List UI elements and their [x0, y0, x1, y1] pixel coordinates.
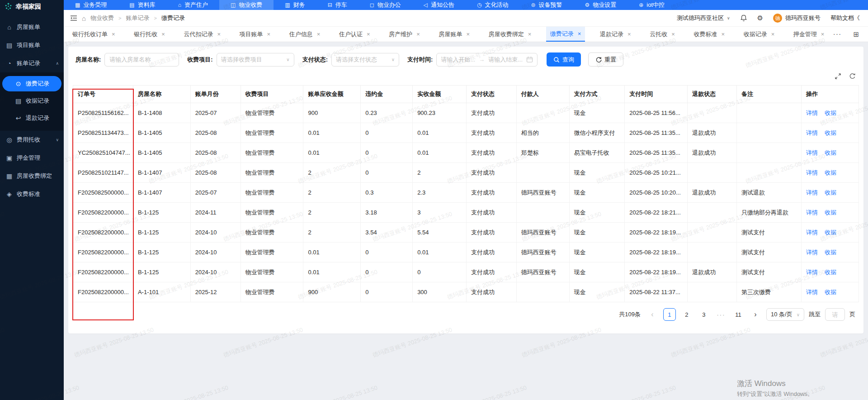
receipt-link[interactable]: 收据 [825, 189, 836, 196]
close-icon[interactable]: × [721, 31, 725, 38]
tab-房屋收费绑定[interactable]: 房屋收费绑定× [485, 27, 536, 42]
tab-押金管理[interactable]: 押金管理× [789, 27, 829, 42]
top-nav-item-notice[interactable]: ◁通知公告 [412, 0, 466, 10]
help-doc-link[interactable]: 帮助文档《 [830, 14, 860, 22]
detail-link[interactable]: 详情 [806, 229, 818, 236]
detail-link[interactable]: 详情 [806, 209, 818, 216]
sidebar-item-project-bill[interactable]: ▤项目账单 [0, 36, 64, 54]
refresh-icon[interactable] [849, 73, 856, 80]
close-icon[interactable]: × [161, 31, 165, 38]
detail-link[interactable]: 详情 [806, 169, 818, 176]
breadcrumb-item[interactable]: 物业收费 [90, 14, 114, 22]
tab-项目账单[interactable]: 项目账单× [236, 27, 275, 42]
tab-银行托收[interactable]: 银行托收× [130, 27, 169, 42]
tab-房屋账单[interactable]: 房屋账单× [434, 27, 474, 42]
page-button-2[interactable]: 2 [680, 308, 693, 321]
top-nav-item-parking[interactable]: ⊟停车 [316, 0, 359, 10]
search-button[interactable]: 查询 [547, 52, 581, 67]
close-icon[interactable]: × [627, 31, 631, 38]
detail-link[interactable]: 详情 [806, 129, 818, 136]
top-nav-item-data-library[interactable]: ▤资料库 [118, 0, 166, 10]
sidebar-item-house-fee-binding[interactable]: ▦房屋收费绑定 [0, 167, 64, 185]
pay-status-select[interactable]: 请选择支付状态 ∨ [331, 53, 399, 67]
prev-page-button[interactable]: ‹ [646, 308, 659, 321]
bell-icon[interactable] [740, 14, 747, 22]
top-nav-item-device-alarm[interactable]: ⊚设备预警 [519, 0, 573, 10]
receipt-link[interactable]: 收据 [825, 229, 836, 236]
top-nav-item-iot-center[interactable]: ⊕iot中控 [627, 0, 676, 10]
page-size-select[interactable]: 10 条/页 ∨ [766, 308, 804, 321]
pay-time-range-picker[interactable]: 请输入开始... → 请输入结束... [436, 53, 538, 67]
next-page-button[interactable]: › [749, 308, 762, 321]
top-nav-item-business-acceptance[interactable]: ▦业务受理 [64, 0, 118, 10]
close-icon[interactable]: × [367, 31, 370, 38]
sidebar-item-bill-records[interactable]: ◔账单记录∧ [0, 54, 64, 72]
close-icon[interactable]: × [317, 31, 321, 38]
gear-icon[interactable]: ⚙ [757, 14, 763, 22]
sidebar-item-refund-records[interactable]: ↩退款记录 [0, 110, 64, 127]
tab-overflow-icon[interactable]: ··· [833, 30, 841, 38]
receipt-link[interactable]: 收据 [825, 149, 836, 156]
receipt-link[interactable]: 收据 [825, 110, 836, 116]
page-button-3[interactable]: 3 [698, 308, 710, 321]
close-icon[interactable]: × [466, 31, 470, 38]
receipt-link[interactable]: 收据 [825, 269, 836, 276]
tab-grid-icon[interactable]: ⊞ [853, 30, 859, 38]
tab-退款记录[interactable]: 退款记录× [596, 27, 635, 42]
receipt-link[interactable]: 收据 [825, 289, 836, 295]
detail-link[interactable]: 详情 [806, 189, 818, 196]
fee-item-select[interactable]: 请选择收费项目 ∨ [217, 53, 294, 67]
sidebar-item-house-bill[interactable]: ⌂房屋账单 [0, 18, 64, 36]
receipt-link[interactable]: 收据 [825, 129, 836, 136]
receipt-link[interactable]: 收据 [825, 169, 836, 176]
close-icon[interactable]: × [416, 31, 420, 38]
receipt-link[interactable]: 收据 [825, 249, 836, 256]
tab-云托收[interactable]: 云托收× [646, 27, 679, 42]
sidebar-item-fee-collection[interactable]: ◎费用托收∨ [0, 131, 64, 149]
breadcrumb-item[interactable]: 账单记录 [126, 14, 150, 22]
tab-银行托收订单[interactable]: 银行托收订单× [68, 27, 119, 42]
tab-云代扣记录[interactable]: 云代扣记录× [179, 27, 225, 42]
close-icon[interactable]: × [671, 31, 675, 38]
reset-button[interactable]: 重置 [588, 52, 623, 67]
close-icon[interactable]: × [217, 31, 221, 38]
top-nav-item-finance[interactable]: ▥财务 [274, 0, 316, 10]
house-name-input[interactable] [104, 53, 179, 67]
close-icon[interactable]: × [267, 31, 271, 38]
close-icon[interactable]: × [821, 31, 825, 38]
jump-to-input[interactable] [825, 308, 845, 321]
close-icon[interactable]: × [771, 31, 775, 38]
close-icon[interactable]: × [528, 31, 532, 38]
top-nav-item-asset-resident[interactable]: ⌂资产住户 [167, 0, 219, 10]
sidebar-item-receipt-records[interactable]: ▤收据记录 [0, 92, 64, 110]
menu-fold-icon[interactable] [70, 15, 77, 21]
top-nav-item-property-settings[interactable]: ⚙物业设置 [573, 0, 627, 10]
sidebar-item-deposit-management[interactable]: ▣押金管理 [0, 149, 64, 167]
top-nav-item-property-office[interactable]: ◻物业办公 [359, 0, 412, 10]
tab-收据记录[interactable]: 收据记录× [740, 27, 779, 42]
close-icon[interactable]: × [578, 30, 581, 37]
page-button-11[interactable]: 11 [732, 308, 745, 321]
tab-房产维护[interactable]: 房产维护× [385, 27, 424, 42]
close-icon[interactable]: × [112, 31, 115, 38]
tab-住户认证[interactable]: 住户认证× [335, 27, 374, 42]
sidebar-item-payment-records[interactable]: ⊙缴费记录 [2, 76, 61, 91]
top-nav-item-property-fee[interactable]: ◫物业收费 [219, 0, 274, 10]
tab-住户信息[interactable]: 住户信息× [285, 27, 325, 42]
account-menu[interactable]: 德 德玛西亚账号 [773, 14, 821, 23]
detail-link[interactable]: 详情 [806, 249, 818, 256]
receipt-link[interactable]: 收据 [825, 209, 836, 216]
detail-link[interactable]: 详情 [806, 269, 818, 276]
fullscreen-icon[interactable] [835, 73, 841, 80]
top-nav-item-culture-activity[interactable]: ◷文化活动 [466, 0, 519, 10]
home-icon[interactable]: ⌂ [82, 14, 86, 22]
detail-link[interactable]: 详情 [806, 110, 818, 116]
detail-link[interactable]: 详情 [806, 289, 818, 295]
community-selector[interactable]: 测试德玛西亚社区 ∨ [677, 14, 730, 22]
tab-缴费记录[interactable]: 缴费记录× [546, 27, 585, 42]
detail-link[interactable]: 详情 [806, 149, 818, 156]
tab-收费标准[interactable]: 收费标准× [689, 27, 729, 42]
cell-order-no: F2025082200000... [73, 282, 133, 302]
page-button-1[interactable]: 1 [663, 308, 676, 321]
sidebar-item-fee-standard[interactable]: ◈收费标准 [0, 185, 64, 203]
